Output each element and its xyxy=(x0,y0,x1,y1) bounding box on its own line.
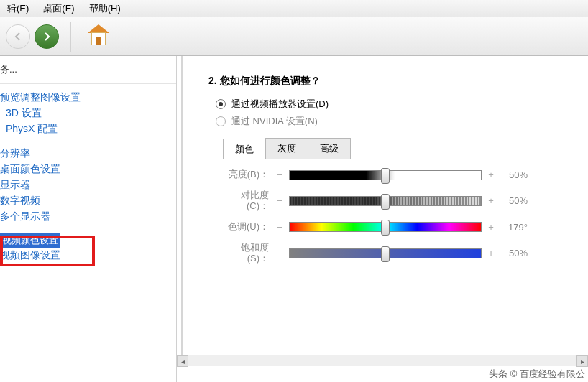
watermark: 头条 © 百度经验有限公 xyxy=(489,368,585,381)
minus-icon[interactable]: − xyxy=(275,248,285,258)
scroll-left-button[interactable]: ◂ xyxy=(177,355,188,367)
slider-track[interactable] xyxy=(289,196,482,206)
radio-icon xyxy=(216,99,226,109)
slider-value: 50% xyxy=(496,248,528,258)
sidebar-item[interactable]: PhysX 配置 xyxy=(0,121,176,137)
sidebar-item[interactable]: 3D 设置 xyxy=(0,106,176,121)
tab-strip: 颜色 灰度 高级 xyxy=(223,138,553,159)
plus-icon[interactable]: + xyxy=(486,195,496,206)
arrow-right-icon xyxy=(41,31,52,42)
minus-icon[interactable]: − xyxy=(275,195,285,206)
radio-label: 通过视频播放器设置(D) xyxy=(231,98,329,111)
sidebar-item[interactable]: 多个显示器 xyxy=(0,209,176,225)
slider-track[interactable] xyxy=(289,222,482,232)
menubar: 辑(E) 桌面(E) 帮助(H) xyxy=(0,0,588,17)
plus-icon[interactable]: + xyxy=(486,169,496,180)
radio-icon xyxy=(216,116,226,126)
toolbar xyxy=(0,17,588,56)
plus-icon[interactable]: + xyxy=(486,222,496,233)
radio-nvidia[interactable]: 通过 NVIDIA 设置(N) xyxy=(216,115,581,128)
slider-thumb[interactable] xyxy=(381,168,390,184)
slider-hue: 色调(U)： − + 179° xyxy=(223,222,561,233)
slider-brightness: 亮度(B)： − + 50% xyxy=(223,169,561,180)
menu-edit[interactable]: 辑(E) xyxy=(3,1,33,17)
toolbar-separator xyxy=(70,22,71,52)
menu-desktop[interactable]: 桌面(E) xyxy=(39,1,78,17)
horizontal-scrollbar[interactable]: ◂ ▸ xyxy=(177,355,588,366)
slider-label: 色调(U)： xyxy=(223,222,275,233)
slider-track[interactable] xyxy=(289,248,482,258)
back-button[interactable] xyxy=(6,24,30,49)
sidebar-item-selected[interactable]: 视频颜色设置 xyxy=(0,233,60,248)
main-panel: 2. 您如何进行颜色调整？ 通过视频播放器设置(D) 通过 NVIDIA 设置(… xyxy=(177,56,588,382)
radio-label: 通过 NVIDIA 设置(N) xyxy=(231,115,318,128)
sidebar-item[interactable]: 数字视频 xyxy=(0,193,176,209)
slider-saturation: 饱和度(S)： − + 50% xyxy=(223,243,561,264)
slider-thumb[interactable] xyxy=(381,194,390,210)
slider-label: 对比度(C)： xyxy=(223,190,275,212)
radio-video-player[interactable]: 通过视频播放器设置(D) xyxy=(216,98,581,111)
scroll-right-button[interactable]: ▸ xyxy=(576,355,588,367)
tab-gray[interactable]: 灰度 xyxy=(265,138,308,159)
slider-value: 50% xyxy=(496,195,528,206)
tab-advanced[interactable]: 高级 xyxy=(308,138,351,159)
sidebar: 务... 预览调整图像设置 3D 设置 PhysX 配置 分辨率 桌面颜色设置 … xyxy=(0,56,177,382)
minus-icon[interactable]: − xyxy=(275,222,285,233)
section-title: 2. 您如何进行颜色调整？ xyxy=(208,75,581,88)
sidebar-item[interactable]: 桌面颜色设置 xyxy=(0,162,176,177)
slider-value: 179° xyxy=(496,222,528,233)
sidebar-item[interactable]: 预览调整图像设置 xyxy=(0,90,176,106)
minus-icon[interactable]: − xyxy=(275,169,285,180)
forward-button[interactable] xyxy=(35,24,59,49)
tab-color[interactable]: 颜色 xyxy=(223,139,266,159)
menu-help[interactable]: 帮助(H) xyxy=(85,1,125,17)
slider-contrast: 对比度(C)： − + 50% xyxy=(223,190,561,212)
sidebar-title: 务... xyxy=(0,60,176,84)
plus-icon[interactable]: + xyxy=(486,248,496,258)
slider-thumb[interactable] xyxy=(381,220,390,236)
arrow-left-icon xyxy=(12,31,24,42)
home-button[interactable] xyxy=(86,24,111,49)
sidebar-item[interactable]: 显示器 xyxy=(0,177,176,193)
slider-value: 50% xyxy=(496,169,528,180)
slider-panel: 亮度(B)： − + 50% 对比度(C)： − + 50% 色调(U)： − xyxy=(223,169,561,264)
slider-thumb[interactable] xyxy=(381,246,390,262)
slider-track[interactable] xyxy=(289,170,482,180)
sidebar-item[interactable]: 分辨率 xyxy=(0,146,176,162)
slider-label: 饱和度(S)： xyxy=(223,243,275,264)
slider-label: 亮度(B)： xyxy=(223,169,275,180)
sidebar-item[interactable]: 视频图像设置 xyxy=(0,248,176,264)
